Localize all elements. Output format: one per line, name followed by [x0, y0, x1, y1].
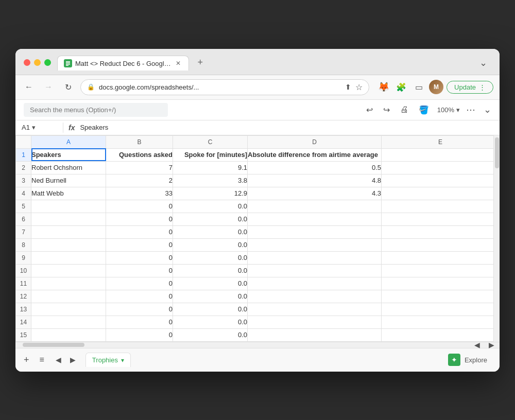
cell-8-C[interactable]: 0.0 — [173, 238, 248, 251]
cell-7-C[interactable]: 0.0 — [173, 225, 248, 238]
col-header-c[interactable]: C — [173, 135, 248, 148]
sheet-prev-button[interactable]: ◀ — [53, 354, 65, 366]
cell-15-A[interactable] — [31, 328, 106, 341]
redo-button[interactable]: ↪ — [381, 103, 392, 117]
cell-reference[interactable]: A1 ▾ — [22, 124, 58, 131]
cell-10-B[interactable]: 0 — [106, 264, 173, 277]
cell-1-E[interactable] — [382, 148, 500, 161]
close-button[interactable] — [24, 59, 30, 66]
cell-11-C[interactable]: 0.0 — [173, 277, 248, 290]
cell-9-E[interactable] — [382, 251, 500, 264]
cell-15-D[interactable] — [248, 328, 382, 341]
cell-3-D[interactable]: 4.8 — [248, 174, 382, 187]
cell-1-C[interactable]: Spoke for [minutes] — [173, 148, 248, 161]
search-menus-input[interactable] — [24, 103, 168, 117]
more-options-button[interactable]: ⋯ — [466, 104, 475, 115]
cell-14-E[interactable] — [382, 316, 500, 328]
row-header-4[interactable]: 4 — [16, 187, 31, 200]
cell-6-E[interactable] — [382, 213, 500, 225]
row-header-3[interactable]: 3 — [16, 174, 31, 187]
zoom-selector[interactable]: 100% ▾ — [437, 106, 460, 114]
row-header-12[interactable]: 12 — [16, 290, 31, 303]
cell-6-C[interactable]: 0.0 — [173, 213, 248, 225]
row-header-5[interactable]: 5 — [16, 200, 31, 213]
col-header-a[interactable]: A — [31, 135, 106, 148]
row-header-10[interactable]: 10 — [16, 264, 31, 277]
col-header-b[interactable]: B — [106, 135, 173, 148]
cell-4-A[interactable]: Matt Webb — [31, 187, 106, 200]
explore-button[interactable]: ✦ Explore — [442, 351, 493, 369]
cell-2-C[interactable]: 9.1 — [173, 161, 248, 174]
sidebar-icon-button[interactable]: ▭ — [411, 80, 426, 94]
cell-6-A[interactable] — [31, 213, 106, 225]
cell-12-C[interactable]: 0.0 — [173, 290, 248, 303]
cell-13-E[interactable] — [382, 303, 500, 316]
cell-13-D[interactable] — [248, 303, 382, 316]
cell-8-D[interactable] — [248, 238, 382, 251]
row-header-14[interactable]: 14 — [16, 316, 31, 328]
cell-9-A[interactable] — [31, 251, 106, 264]
update-button[interactable]: Update ⋮ — [447, 81, 493, 94]
cell-1-D[interactable]: Absolute difference from airtime average — [248, 148, 382, 161]
print-button[interactable]: 🖨 — [398, 103, 410, 116]
cell-6-D[interactable] — [248, 213, 382, 225]
cell-1-A[interactable]: Speakers — [31, 148, 106, 161]
cell-14-D[interactable] — [248, 316, 382, 328]
cell-2-E[interactable] — [382, 161, 500, 174]
new-tab-button[interactable]: + — [193, 56, 208, 70]
cell-15-C[interactable]: 0.0 — [173, 328, 248, 341]
cell-10-D[interactable] — [248, 264, 382, 277]
row-header-8[interactable]: 8 — [16, 238, 31, 251]
sheet-tab-trophies[interactable]: Trophies ▾ — [85, 353, 131, 367]
horizontal-scroll-area[interactable]: ◀ ▶ — [15, 342, 500, 348]
toolbar-expand-button[interactable]: ⌄ — [484, 104, 491, 115]
fox-icon-button[interactable]: 🦊 — [376, 80, 391, 94]
avatar-button[interactable]: M — [429, 80, 443, 94]
sheets-list-button[interactable]: ≡ — [38, 353, 46, 366]
cell-9-C[interactable]: 0.0 — [173, 251, 248, 264]
maximize-button[interactable] — [44, 59, 51, 66]
cell-13-C[interactable]: 0.0 — [173, 303, 248, 316]
cell-10-E[interactable] — [382, 264, 500, 277]
cell-12-E[interactable] — [382, 290, 500, 303]
row-header-9[interactable]: 9 — [16, 251, 31, 264]
cell-3-C[interactable]: 3.8 — [173, 174, 248, 187]
cell-4-B[interactable]: 33 — [106, 187, 173, 200]
cell-7-A[interactable] — [31, 225, 106, 238]
cell-12-B[interactable]: 0 — [106, 290, 173, 303]
format-paint-button[interactable]: 🪣 — [417, 103, 431, 117]
cell-ref-dropdown-icon[interactable]: ▾ — [32, 124, 36, 131]
cell-10-A[interactable] — [31, 264, 106, 277]
row-header-6[interactable]: 6 — [16, 213, 31, 225]
cell-8-B[interactable]: 0 — [106, 238, 173, 251]
row-header-2[interactable]: 2 — [16, 161, 31, 174]
col-header-e[interactable]: E — [382, 135, 500, 148]
cell-14-A[interactable] — [31, 316, 106, 328]
row-header-15[interactable]: 15 — [16, 328, 31, 341]
cell-13-B[interactable]: 0 — [106, 303, 173, 316]
cell-4-C[interactable]: 12.9 — [173, 187, 248, 200]
cell-9-D[interactable] — [248, 251, 382, 264]
cell-8-E[interactable] — [382, 238, 500, 251]
reload-button[interactable]: ↻ — [61, 80, 75, 94]
cell-14-B[interactable]: 0 — [106, 316, 173, 328]
cell-12-D[interactable] — [248, 290, 382, 303]
cell-2-D[interactable]: 0.5 — [248, 161, 382, 174]
formula-input[interactable]: Speakers — [80, 124, 493, 131]
cell-10-C[interactable]: 0.0 — [173, 264, 248, 277]
cell-4-D[interactable]: 4.3 — [248, 187, 382, 200]
cell-5-E[interactable] — [382, 200, 500, 213]
back-button[interactable]: ← — [22, 80, 36, 94]
cell-4-E[interactable] — [382, 187, 500, 200]
cell-5-D[interactable] — [248, 200, 382, 213]
cell-5-A[interactable] — [31, 200, 106, 213]
tab-menu-button[interactable]: ⌄ — [475, 55, 491, 71]
col-header-d[interactable]: D — [248, 135, 382, 148]
cell-7-D[interactable] — [248, 225, 382, 238]
row-header-11[interactable]: 11 — [16, 277, 31, 290]
cell-11-E[interactable] — [382, 277, 500, 290]
forward-button[interactable]: → — [41, 80, 56, 94]
cell-3-E[interactable] — [382, 174, 500, 187]
cell-5-C[interactable]: 0.0 — [173, 200, 248, 213]
cell-11-B[interactable]: 0 — [106, 277, 173, 290]
